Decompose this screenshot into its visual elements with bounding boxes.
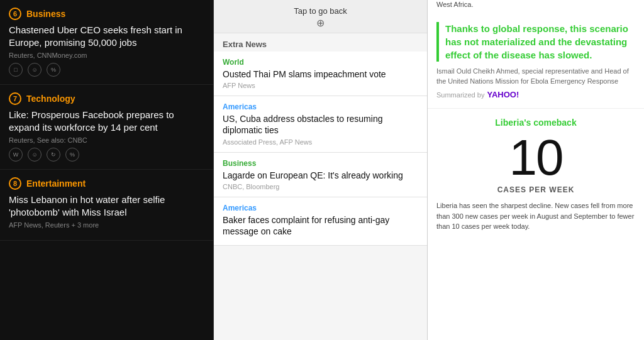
mid-news-americas-2[interactable]: Americas Baker faces complaint for refus… <box>214 197 427 246</box>
item-number-6: 6 <box>9 8 21 20</box>
news-item-6[interactable]: 6 Business Chastened Uber CEO seeks fres… <box>0 0 213 85</box>
share-icon[interactable]: □ <box>9 63 23 77</box>
quote-text: Thanks to global response, this scenario… <box>436 22 635 62</box>
extra-news-header: Extra News <box>214 33 427 52</box>
yahoo-logo: YAHOO! <box>487 90 519 99</box>
category-badge-technology: 7 Technology <box>9 92 204 105</box>
left-panel: 6 Business Chastened Uber CEO seeks fres… <box>0 0 214 340</box>
mid-news-americas-1[interactable]: Americas US, Cuba address obstacles to r… <box>214 96 427 152</box>
mid-headline-americas-1: US, Cuba address obstacles to resuming d… <box>223 113 418 136</box>
react-icon[interactable]: ☺ <box>28 63 42 77</box>
cases-label: CASES PER WEEK <box>436 185 635 194</box>
headline-6: Chastened Uber CEO seeks fresh start in … <box>9 24 204 48</box>
mid-headline-americas-2: Baker faces complaint for refusing anti-… <box>223 214 418 237</box>
liberia-title: Liberia's comeback <box>436 118 635 128</box>
news-item-8[interactable]: 8 Entertainment Miss Lebanon in hot wate… <box>0 170 213 241</box>
mid-category-americas-1: Americas <box>223 102 418 111</box>
tap-back-header[interactable]: Tap to go back ⊕ <box>214 0 427 33</box>
liberia-section: Liberia's comeback 10 CASES PER WEEK Lib… <box>428 109 644 241</box>
refresh-icon[interactable]: ↻ <box>47 148 60 162</box>
percent2-icon[interactable]: % <box>65 148 79 162</box>
category-badge-entertainment: 8 Entertainment <box>9 177 204 190</box>
item-number-8: 8 <box>9 177 21 190</box>
mid-news-business[interactable]: Business Lagarde on European QE: It's al… <box>214 153 427 197</box>
summarized-by: Summarized by YAHOO! <box>436 90 635 99</box>
quote-author: Ismail Ould Cheikh Ahmed, special repres… <box>436 67 635 86</box>
category-label-business: Business <box>26 9 65 19</box>
tap-back-icon: ⊕ <box>214 17 427 29</box>
mid-category-americas-2: Americas <box>223 204 418 212</box>
liberia-description: Liberia has seen the sharpest decline. N… <box>436 200 635 232</box>
news-item-7[interactable]: 7 Technology Like: Prosperous Facebook p… <box>0 85 213 170</box>
cases-number: 10 <box>436 133 635 183</box>
category-label-entertainment: Entertainment <box>26 178 86 189</box>
mid-panel: Tap to go back ⊕ Extra News World Ousted… <box>214 0 428 340</box>
source-8: AFP News, Reuters + 3 more <box>9 221 204 229</box>
mid-headline-world: Ousted Thai PM slams impeachment vote <box>223 69 418 80</box>
category-badge-business: 6 Business <box>9 8 204 20</box>
right-panel: West Africa. Thanks to global response, … <box>428 0 644 340</box>
source-7: Reuters, See also: CNBC <box>9 136 204 144</box>
mid-source-business: CNBC, Bloomberg <box>223 183 418 190</box>
w-icon[interactable]: W <box>9 148 23 162</box>
west-africa-text: West Africa. <box>428 0 644 13</box>
summarized-by-label: Summarized by <box>436 91 484 99</box>
category-label-technology: Technology <box>26 94 75 104</box>
mid-headline-business: Lagarde on European QE: It's already wor… <box>223 170 418 181</box>
quote-section: Thanks to global response, this scenario… <box>428 13 644 109</box>
tap-back-label: Tap to go back <box>214 6 427 16</box>
mid-source-americas-1: Associated Press, AFP News <box>223 138 418 146</box>
mid-category-business: Business <box>223 159 418 168</box>
mid-category-world: World <box>223 58 418 67</box>
percent-icon[interactable]: % <box>47 63 60 77</box>
item-number-7: 7 <box>9 92 21 105</box>
action-icons-7: W ☺ ↻ % <box>9 148 204 162</box>
source-6: Reuters, CNNMoney.com <box>9 52 204 59</box>
mid-source-world: AFP News <box>223 82 418 89</box>
headline-8: Miss Lebanon in hot water after selfie '… <box>9 194 204 218</box>
headline-7: Like: Prosperous Facebook prepares to ex… <box>9 109 204 133</box>
action-icons-6: □ ☺ % <box>9 63 204 77</box>
mid-news-world[interactable]: World Ousted Thai PM slams impeachment v… <box>214 52 427 96</box>
location-icon[interactable]: ☺ <box>28 148 42 162</box>
